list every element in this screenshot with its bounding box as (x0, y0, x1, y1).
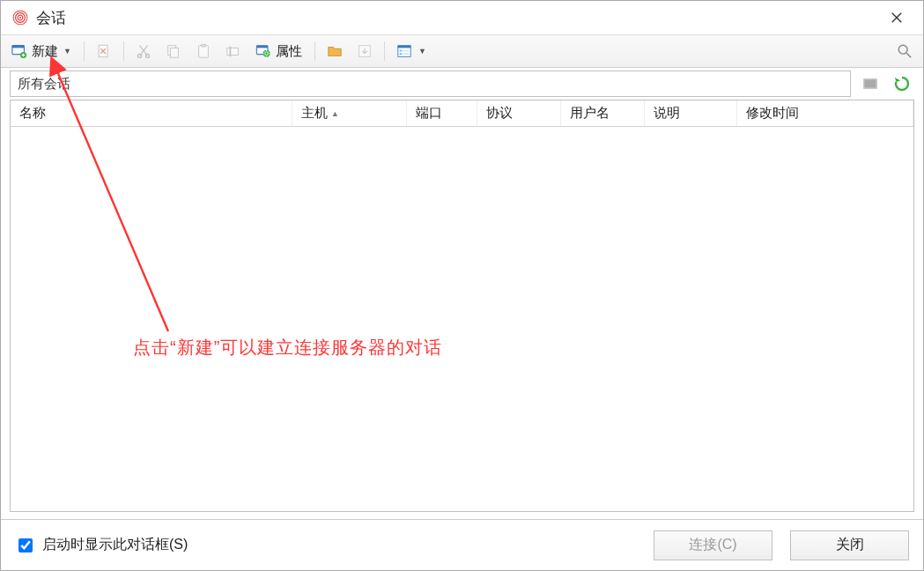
path-field[interactable]: 所有会话 (10, 70, 851, 97)
svg-rect-14 (256, 46, 268, 48)
col-modified[interactable]: 修改时间 (737, 100, 913, 126)
list-view-icon (395, 42, 413, 60)
svg-rect-12 (229, 47, 231, 57)
copy-button[interactable] (160, 39, 187, 63)
import-button[interactable] (351, 39, 378, 63)
path-bar: 所有会话 (1, 68, 923, 100)
col-user[interactable]: 用户名 (561, 100, 645, 126)
location-button[interactable] (858, 71, 883, 96)
col-name[interactable]: 名称 (11, 100, 292, 126)
svg-rect-22 (403, 50, 409, 52)
table-header: 名称 主机▲ 端口 协议 用户名 说明 修改时间 (11, 100, 913, 127)
paste-button[interactable] (190, 39, 217, 63)
svg-rect-10 (201, 44, 205, 47)
svg-rect-26 (865, 80, 876, 88)
cut-icon (135, 42, 152, 60)
session-dialog: 会话 新建 ▼ (0, 0, 924, 571)
separator (84, 41, 85, 61)
table-body[interactable] (11, 127, 913, 511)
connect-button[interactable]: 连接(C) (654, 530, 772, 560)
svg-rect-19 (398, 46, 410, 48)
col-protocol[interactable]: 协议 (477, 100, 561, 126)
separator (314, 41, 315, 61)
show-on-startup-input[interactable] (18, 538, 33, 552)
page-x-icon (95, 42, 113, 60)
svg-point-6 (145, 54, 149, 57)
rename-icon (225, 42, 242, 60)
new-button-label: 新建 (32, 43, 58, 60)
col-host[interactable]: 主机▲ (292, 100, 407, 126)
new-session-icon (11, 42, 28, 60)
col-description[interactable]: 说明 (645, 100, 737, 126)
svg-point-24 (898, 45, 907, 54)
svg-rect-20 (400, 50, 403, 52)
chevron-down-icon: ▼ (418, 47, 426, 56)
separator (123, 41, 124, 61)
import-icon (356, 42, 373, 60)
footer: 启动时显示此对话框(S) 连接(C) 关闭 (1, 519, 923, 570)
terminal-icon (861, 75, 879, 93)
session-table: 名称 主机▲ 端口 协议 用户名 说明 修改时间 (10, 100, 914, 512)
show-on-startup-checkbox[interactable]: 启动时显示此对话框(S) (15, 536, 188, 555)
path-current: 所有会话 (18, 76, 70, 93)
refresh-icon (893, 75, 911, 93)
svg-rect-11 (227, 48, 239, 55)
paste-icon (195, 42, 212, 60)
show-on-startup-label: 启动时显示此对话框(S) (42, 536, 188, 554)
properties-button[interactable]: 属性 (250, 39, 308, 63)
search-icon (896, 42, 913, 60)
folder-icon (326, 42, 344, 60)
titlebar: 会话 (1, 1, 923, 34)
svg-point-0 (13, 11, 28, 26)
svg-point-5 (137, 54, 141, 57)
svg-rect-9 (199, 46, 209, 57)
properties-button-label: 属性 (276, 43, 302, 60)
properties-icon (255, 42, 272, 60)
window-close-button[interactable] (877, 4, 916, 31)
cut-button[interactable] (130, 39, 157, 63)
col-port[interactable]: 端口 (407, 100, 477, 126)
svg-rect-2 (12, 46, 25, 48)
svg-rect-8 (170, 48, 178, 57)
svg-rect-21 (400, 53, 403, 55)
close-button[interactable]: 关闭 (790, 530, 909, 560)
sort-asc-icon: ▲ (331, 109, 339, 118)
view-mode-button[interactable]: ▼ (391, 39, 432, 63)
copy-icon (165, 42, 182, 60)
new-folder-button[interactable] (322, 39, 348, 63)
window-title: 会话 (36, 8, 66, 28)
new-button[interactable]: 新建 ▼ (6, 39, 78, 63)
rename-button[interactable] (220, 39, 247, 63)
chevron-down-icon: ▼ (63, 47, 71, 56)
app-icon (11, 9, 29, 26)
toolbar: 新建 ▼ (1, 34, 923, 68)
svg-rect-23 (403, 53, 409, 55)
separator (384, 41, 385, 61)
delete-button[interactable] (91, 39, 117, 63)
refresh-button[interactable] (890, 71, 914, 96)
search-button[interactable] (891, 39, 918, 63)
